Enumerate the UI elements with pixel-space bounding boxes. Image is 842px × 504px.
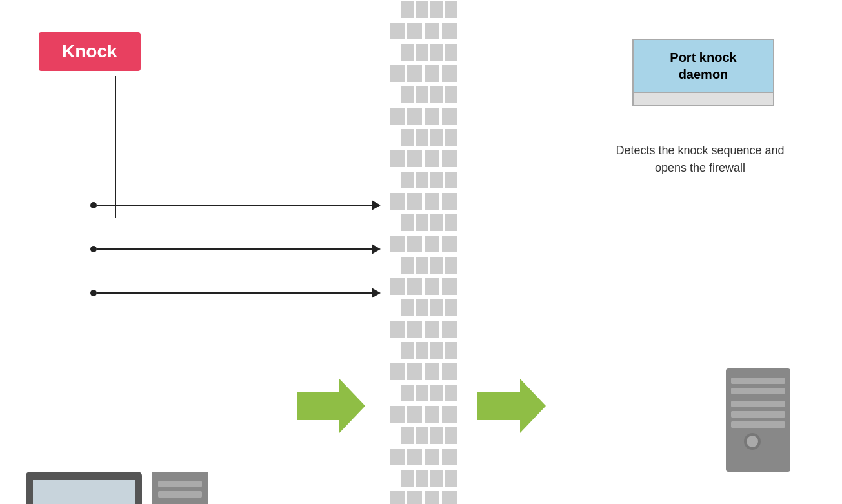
tower-case <box>152 472 208 504</box>
brick <box>429 0 444 19</box>
server-button <box>744 433 761 450</box>
brick <box>441 447 458 467</box>
brick <box>444 298 459 318</box>
brick <box>429 426 444 445</box>
monitor <box>26 472 142 504</box>
brick <box>388 192 406 211</box>
green-arrow-right <box>477 379 542 433</box>
brick <box>429 128 444 147</box>
arrow-dot-1 <box>90 202 97 208</box>
brick <box>388 64 406 83</box>
brick <box>429 341 444 360</box>
brick <box>400 170 415 190</box>
brick <box>406 362 423 381</box>
brick <box>441 277 458 296</box>
brick <box>429 43 444 62</box>
arrow-head-3 <box>372 288 381 298</box>
brick <box>423 106 441 126</box>
brick <box>444 0 459 19</box>
brick <box>415 128 430 147</box>
brick <box>429 85 444 105</box>
brick <box>444 43 459 62</box>
server-stripe-5 <box>731 421 785 428</box>
server-stripe-1 <box>731 378 785 384</box>
brick <box>441 149 458 168</box>
brick <box>406 319 423 339</box>
brick <box>423 277 441 296</box>
brick <box>415 213 430 232</box>
brick <box>406 277 423 296</box>
brick <box>441 490 458 504</box>
brick <box>415 256 430 275</box>
brick <box>388 234 406 254</box>
tower-stripe-1 <box>158 481 202 487</box>
brick <box>423 64 441 83</box>
brick <box>406 490 423 504</box>
brick <box>388 277 406 296</box>
brick <box>400 43 415 62</box>
brick <box>415 85 430 105</box>
green-arrow-body-right <box>477 392 520 420</box>
brick <box>441 192 458 211</box>
arrow-dot-3 <box>90 290 97 296</box>
brick <box>400 213 415 232</box>
brick <box>400 128 415 147</box>
brick <box>415 43 430 62</box>
knock-arrow-3 <box>90 288 381 298</box>
tower-stripe-2 <box>158 491 202 498</box>
brick <box>423 149 441 168</box>
brick <box>388 21 406 41</box>
brick <box>429 298 444 318</box>
brick <box>388 362 406 381</box>
brick <box>406 192 423 211</box>
green-arrow-body-left <box>297 392 339 420</box>
brick <box>444 85 459 105</box>
brick <box>429 170 444 190</box>
brick <box>415 383 430 403</box>
knock-vertical-line <box>115 76 116 218</box>
brick <box>444 213 459 232</box>
brick <box>441 21 458 41</box>
brick <box>400 85 415 105</box>
brick <box>388 405 406 424</box>
knock-arrow-2 <box>90 244 381 254</box>
brick <box>415 469 430 488</box>
green-arrow-head-right <box>520 379 546 433</box>
brick <box>429 383 444 403</box>
firewall-icon <box>400 0 458 504</box>
brick <box>400 341 415 360</box>
knock-arrow-1 <box>90 200 381 210</box>
arrow-head-1 <box>372 200 381 210</box>
brick <box>415 0 430 19</box>
brick <box>444 341 459 360</box>
daemon-title: Port knock daemon <box>634 40 773 93</box>
daemon-description: Detects the knock sequence and opens the… <box>610 142 790 177</box>
brick <box>406 447 423 467</box>
server-stripe-3 <box>731 401 785 407</box>
brick <box>444 469 459 488</box>
brick <box>388 319 406 339</box>
brick <box>429 256 444 275</box>
arrow-head-2 <box>372 244 381 254</box>
brick <box>388 149 406 168</box>
daemon-box-footer <box>634 93 773 105</box>
brick <box>406 234 423 254</box>
brick <box>441 405 458 424</box>
arrow-line-1 <box>97 205 372 206</box>
brick <box>388 447 406 467</box>
arrow-line-2 <box>97 248 372 250</box>
brick <box>441 234 458 254</box>
brick <box>415 298 430 318</box>
knock-label: Knock <box>39 32 141 71</box>
brick <box>423 319 441 339</box>
brick <box>388 490 406 504</box>
brick <box>406 64 423 83</box>
brick <box>444 170 459 190</box>
green-arrow-head-left <box>339 379 365 433</box>
brick <box>429 213 444 232</box>
brick <box>441 106 458 126</box>
server-stripe-2 <box>731 388 785 394</box>
server-icon <box>726 368 790 472</box>
brick <box>444 128 459 147</box>
brick <box>400 383 415 403</box>
